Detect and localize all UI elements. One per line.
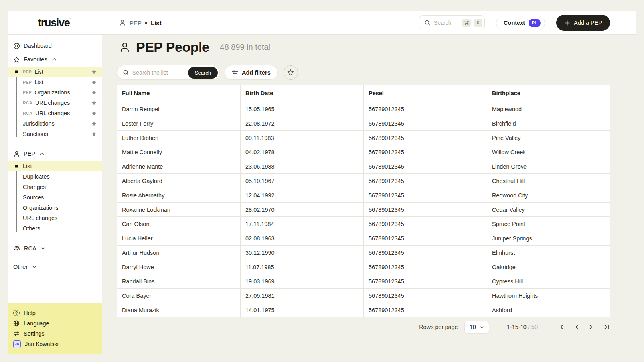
table-row[interactable]: Darrin Rempel15.05.196556789012345Maplew…	[117, 102, 610, 116]
globe-icon	[13, 320, 20, 327]
star-filled-icon[interactable]	[91, 100, 97, 106]
table-row[interactable]: Lucia Heller02.08.196356789012345Juniper…	[117, 231, 610, 246]
sidebar-section-favorites[interactable]: Favorites	[8, 53, 102, 65]
sidebar-item-pep-organizations[interactable]: Organizations	[8, 203, 102, 213]
table-row[interactable]: Randall Bins19.03.196956789012345Cypress…	[117, 274, 610, 289]
table-cell: Cora Bayer	[117, 289, 241, 303]
table-cell: Darrin Rempel	[117, 102, 241, 116]
table-cell: Alberta Gaylord	[117, 174, 241, 188]
first-page-button[interactable]	[557, 323, 565, 331]
previous-page-button[interactable]	[574, 323, 579, 331]
table-row[interactable]: Adrienne Mante23.06.198856789012345Linde…	[117, 159, 610, 174]
sidebar-section-other[interactable]: Other	[8, 261, 102, 273]
star-filled-icon[interactable]	[91, 131, 97, 137]
breadcrumb-section[interactable]: PEP	[130, 20, 142, 26]
table-header-row: Full NameBirth DatePeselBirthplace	[117, 85, 610, 102]
table-cell: 11.07.1985	[241, 260, 364, 274]
add-filters-button[interactable]: Add filters	[225, 65, 278, 80]
table-cell: 14.01.1975	[241, 303, 364, 317]
column-header: Pesel	[364, 85, 487, 102]
table-row[interactable]: Lester Ferry22.08.197256789012345Birchfi…	[117, 116, 610, 131]
table-cell: 04.02.1978	[241, 145, 364, 159]
breadcrumb: PEP List	[119, 19, 162, 26]
table-cell: Diana Murazik	[117, 303, 241, 317]
star-filled-icon[interactable]	[91, 79, 97, 85]
active-marker	[15, 165, 18, 168]
sidebar-item-dashboard[interactable]: Dashboard	[8, 40, 102, 52]
sidebar-item-fav-pep-organizations[interactable]: PEP Organizations	[8, 87, 102, 98]
global-search-input[interactable]	[434, 20, 459, 26]
pager-buttons	[557, 323, 610, 331]
global-search[interactable]: ⌘ K	[419, 15, 485, 30]
sidebar-section-rca[interactable]: RCA	[8, 242, 102, 254]
table-cell: Luther Dibbert	[117, 131, 241, 145]
sidebar-item-fav-rca-url-changes-1[interactable]: RCA URL changes	[8, 98, 102, 108]
sidebar-item-fav-pep-list-1[interactable]: PEP List	[8, 67, 102, 77]
sidebar-item-pep-url-changes[interactable]: URL changes	[8, 213, 102, 223]
last-page-button[interactable]	[603, 323, 610, 331]
item-label: List	[34, 69, 43, 75]
star-filled-icon[interactable]	[91, 69, 97, 75]
table-row[interactable]: Cora Bayer27.09.198156789012345Hawthorn …	[117, 289, 610, 303]
table-cell: Hawthorn Heights	[487, 289, 610, 303]
table-cell: 56789012345	[364, 116, 487, 131]
item-prefix: RCA	[23, 111, 32, 116]
item-label: Duplicates	[23, 173, 50, 180]
next-page-button[interactable]	[588, 323, 594, 331]
item-label: Jurisdictions	[23, 120, 55, 127]
person-icon	[13, 151, 20, 157]
star-filled-icon[interactable]	[91, 110, 97, 116]
item-prefix: PEP	[23, 80, 32, 85]
table-cell: 23.06.1988	[241, 159, 364, 174]
sidebar-item-fav-rca-url-changes-2[interactable]: RCA URL changes	[8, 108, 102, 118]
table-row[interactable]: Rosie Abernathy12.04.199256789012345Redw…	[117, 188, 610, 203]
favorites-label: Favorites	[24, 56, 47, 63]
rows-per-page-select[interactable]: 10	[464, 321, 489, 334]
table-row[interactable]: Arthur Hudson30.12.199056789012345Elmhur…	[117, 246, 610, 260]
table-cell: 56789012345	[364, 274, 487, 289]
table-row[interactable]: Luther Dibbert09.11.198356789012345Pine …	[117, 131, 610, 145]
sidebar-item-language[interactable]: Language	[8, 318, 102, 329]
context-button[interactable]: Context PL	[496, 16, 545, 30]
sidebar-item-pep-others[interactable]: Others	[8, 223, 102, 234]
table-cell: 30.12.1990	[241, 246, 364, 260]
table-cell: 17.11.1984	[241, 217, 364, 231]
sidebar-item-pep-sources[interactable]: Sources	[8, 192, 102, 203]
sidebar-item-pep-duplicates[interactable]: Duplicates	[8, 171, 102, 182]
table-cell: 56789012345	[364, 131, 487, 145]
sidebar-item-fav-pep-list-2[interactable]: PEP List	[8, 77, 102, 87]
sidebar-section-pep[interactable]: PEP	[8, 148, 102, 160]
table-row[interactable]: Mattie Connelly04.02.197856789012345Will…	[117, 145, 610, 159]
list-search-button[interactable]: Search	[188, 67, 218, 79]
sidebar-item-fav-sanctions[interactable]: Sanctions	[8, 129, 102, 139]
add-pep-button[interactable]: Add a PEP	[556, 15, 610, 31]
chevron-up-icon	[52, 58, 57, 61]
sidebar-item-fav-jurisdictions[interactable]: Jurisdictions	[8, 118, 102, 129]
page-title-person-icon	[119, 41, 131, 53]
sidebar-item-settings[interactable]: Settings	[8, 329, 102, 339]
sidebar-item-user[interactable]: JK Jan Kowalski	[8, 339, 102, 349]
breadcrumb-person-icon	[119, 19, 126, 26]
table-row[interactable]: Darryl Howe11.07.198556789012345Oakridge	[117, 260, 610, 274]
app-logo[interactable]: trusive°	[38, 17, 71, 29]
table-row[interactable]: Diana Murazik14.01.197556789012345Ashfor…	[117, 303, 610, 317]
table-row[interactable]: Carl Olson17.11.198456789012345Spruce Po…	[117, 217, 610, 231]
favorite-view-button[interactable]	[284, 65, 298, 80]
sidebar-item-pep-list[interactable]: List	[8, 161, 102, 171]
range-current: 1-15-10	[507, 324, 527, 330]
table-cell: 12.04.1992	[241, 188, 364, 203]
star-filled-icon[interactable]	[91, 121, 97, 127]
sidebar-item-help[interactable]: ? Help	[8, 308, 102, 318]
star-filled-icon[interactable]	[91, 90, 97, 96]
pep-list: List Duplicates Changes Sources Organiza…	[8, 161, 102, 234]
list-search[interactable]: Search	[117, 65, 220, 80]
list-search-input[interactable]	[132, 69, 184, 76]
item-label: Others	[23, 225, 40, 232]
people-icon	[13, 245, 20, 252]
table-row[interactable]: Alberta Gaylord05.10.196756789012345Ches…	[117, 174, 610, 188]
table-row[interactable]: Roxanne Lockman28.02.197056789012345Ceda…	[117, 203, 610, 217]
table-cell: Cedar Valley	[487, 203, 610, 217]
sidebar-item-pep-changes[interactable]: Changes	[8, 182, 102, 192]
table-cell: Adrienne Mante	[117, 159, 241, 174]
favorites-list: PEP List PEP List PEP Organizations RCA …	[8, 67, 102, 139]
